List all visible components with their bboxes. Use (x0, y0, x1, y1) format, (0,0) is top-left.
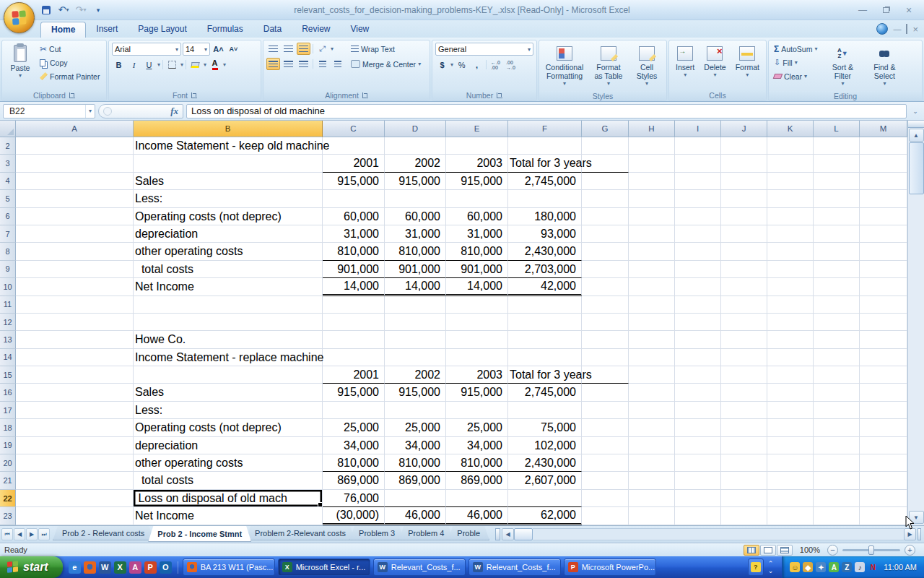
cell-K5[interactable] (767, 190, 814, 207)
cell-D16[interactable]: 915,000 (385, 384, 446, 401)
cell-C20[interactable]: 810,000 (323, 454, 385, 472)
cell-H4[interactable] (629, 173, 675, 190)
cell-B10[interactable]: Net Income (134, 278, 323, 296)
cell-E5[interactable] (446, 190, 508, 207)
cell-C18[interactable]: 25,000 (323, 419, 385, 436)
cell-G23[interactable] (582, 507, 629, 525)
cell-G22[interactable] (582, 490, 629, 507)
cell-H10[interactable] (629, 278, 675, 296)
column-header-D[interactable]: D (385, 121, 446, 137)
cell-D8[interactable]: 810,000 (385, 243, 446, 260)
cell-C6[interactable]: 60,000 (323, 208, 385, 225)
cell-L5[interactable] (814, 190, 860, 207)
cell-K15[interactable] (767, 366, 814, 384)
scroll-left-button[interactable]: ◀ (502, 528, 514, 540)
cell-M19[interactable] (860, 437, 907, 454)
cell-M23[interactable] (860, 507, 907, 525)
row-header-12[interactable]: 12 (0, 314, 16, 331)
cell-D22[interactable] (385, 490, 446, 507)
decrease-decimal-button[interactable]: .00→.0 (504, 59, 518, 71)
row-header-8[interactable]: 8 (0, 243, 16, 260)
cell-L19[interactable] (814, 437, 860, 454)
cell-G5[interactable] (582, 190, 629, 207)
cell-G12[interactable] (582, 314, 629, 331)
cell-J23[interactable] (721, 507, 767, 525)
cell-B5[interactable]: Less: (134, 190, 323, 207)
cell-I6[interactable] (675, 208, 721, 225)
cell-A18[interactable] (16, 419, 134, 436)
cell-G7[interactable] (582, 225, 629, 243)
taskbar-window-microsoft-excel-r-[interactable]: XMicrosoft Excel - r... (278, 558, 370, 576)
cell-K3[interactable] (767, 155, 814, 172)
column-header-K[interactable]: K (767, 121, 814, 137)
cell-M12[interactable] (860, 314, 907, 331)
shield-tray-icon[interactable]: ◆ (803, 562, 813, 572)
cell-H17[interactable] (629, 402, 675, 419)
row-header-17[interactable]: 17 (0, 402, 16, 419)
wrap-text-button[interactable]: Wrap Text (349, 43, 423, 55)
undo-button[interactable]: ↶▾ (56, 4, 71, 17)
cell-I23[interactable] (675, 507, 721, 525)
updates-tray-icon[interactable]: A (829, 562, 839, 572)
column-header-G[interactable]: G (582, 121, 629, 137)
cell-E12[interactable] (446, 314, 508, 331)
cell-C2[interactable] (323, 137, 385, 155)
vertical-scrollbar[interactable]: ▲ ▼ (907, 121, 924, 525)
cell-A16[interactable] (16, 384, 134, 401)
cell-C11[interactable] (323, 296, 385, 314)
cell-M21[interactable] (860, 472, 907, 489)
cell-L14[interactable] (814, 349, 860, 366)
sort-filter-button[interactable]: AZ▼ Sort & Filter▾ (824, 43, 861, 89)
cell-C14[interactable] (323, 349, 385, 366)
workbook-restore-button[interactable] (906, 25, 907, 33)
alignment-dialog-launcher[interactable] (362, 92, 368, 98)
cell-C23[interactable]: (30,000) (323, 507, 385, 525)
cell-G10[interactable] (582, 278, 629, 296)
cell-L7[interactable] (814, 225, 860, 243)
cell-E8[interactable]: 810,000 (446, 243, 508, 260)
cell-F3[interactable]: Total for 3 years (508, 155, 582, 172)
cell-J17[interactable] (721, 402, 767, 419)
cell-H12[interactable] (629, 314, 675, 331)
cell-I10[interactable] (675, 278, 721, 296)
cell-A21[interactable] (16, 472, 134, 489)
cell-M20[interactable] (860, 454, 907, 472)
cell-H6[interactable] (629, 208, 675, 225)
cell-B6[interactable]: Operating costs (not deprec) (134, 208, 323, 225)
cell-K8[interactable] (767, 243, 814, 260)
cell-F12[interactable] (508, 314, 582, 331)
cell-D5[interactable] (385, 190, 446, 207)
sheet-tab-problem-4[interactable]: Problem 4 (398, 526, 453, 540)
orientation-button[interactable]: ⤢ (315, 43, 329, 55)
fill-color-button[interactable] (188, 59, 202, 71)
cell-J6[interactable] (721, 208, 767, 225)
novell-tray-icon[interactable]: N (868, 562, 878, 572)
cell-H18[interactable] (629, 419, 675, 436)
taskbar-window-ba-213-w11-pasc-[interactable]: BA 213 W11 (Pasc... (183, 558, 275, 576)
cell-M5[interactable] (860, 190, 907, 207)
cell-A5[interactable] (16, 190, 134, 207)
cell-J10[interactable] (721, 278, 767, 296)
cell-F17[interactable] (508, 402, 582, 419)
cell-E13[interactable] (446, 331, 508, 348)
cell-D2[interactable] (385, 137, 446, 155)
cell-L4[interactable] (814, 173, 860, 190)
cell-C8[interactable]: 810,000 (323, 243, 385, 260)
row-header-5[interactable]: 5 (0, 190, 16, 207)
cell-F5[interactable] (508, 190, 582, 207)
cell-I4[interactable] (675, 173, 721, 190)
access-icon[interactable]: A (129, 561, 141, 574)
align-center-button[interactable] (282, 58, 295, 70)
grow-font-button[interactable]: A˄ (212, 43, 225, 56)
customize-qat-button[interactable]: ▾ (91, 4, 105, 17)
cell-D15[interactable]: 2002 (385, 366, 446, 384)
cell-K17[interactable] (767, 402, 814, 419)
cell-M13[interactable] (860, 331, 907, 348)
column-header-F[interactable]: F (508, 121, 582, 137)
sheet-tab-problem-3[interactable]: Problem 3 (349, 526, 404, 540)
close-button[interactable]: × (899, 4, 918, 15)
cell-K2[interactable] (767, 137, 814, 155)
workbook-minimize-button[interactable]: — (893, 25, 901, 33)
cell-I14[interactable] (675, 349, 721, 366)
cell-G4[interactable] (582, 173, 629, 190)
